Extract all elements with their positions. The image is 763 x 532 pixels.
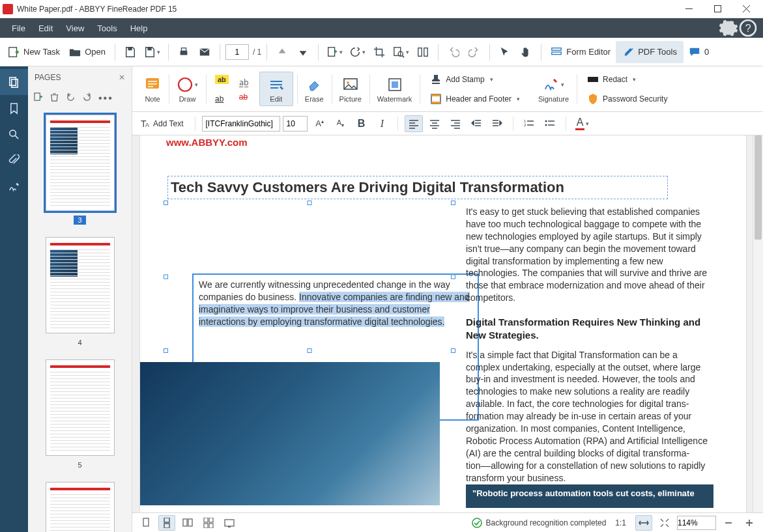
nav-down-button[interactable] xyxy=(293,41,313,63)
help-icon[interactable]: ? xyxy=(738,18,758,38)
zoom-out-button[interactable] xyxy=(720,515,737,531)
doc-heading[interactable]: Tech Savvy Customers Are Driving Digital… xyxy=(171,179,665,196)
picture-tool[interactable]: Picture xyxy=(332,69,369,109)
bookmarks-tab[interactable] xyxy=(0,95,28,121)
maximize-button[interactable] xyxy=(703,0,732,18)
bullet-list-button[interactable] xyxy=(541,115,559,132)
resize-handle[interactable] xyxy=(164,201,168,205)
increase-indent-button[interactable] xyxy=(488,115,506,132)
pdf-tools-button[interactable]: PDF Tools xyxy=(616,41,684,63)
menu-file[interactable]: File xyxy=(5,18,32,38)
resize-handle[interactable] xyxy=(451,275,455,279)
menu-edit[interactable]: Edit xyxy=(32,18,59,38)
single-page-view[interactable] xyxy=(137,515,154,531)
open-button[interactable]: Open xyxy=(65,41,109,63)
highlight-tool[interactable]: ab xyxy=(211,71,233,88)
italic-button[interactable]: I xyxy=(373,115,391,132)
insert-text-tool[interactable]: a̲b̲ xyxy=(239,76,249,88)
align-center-button[interactable] xyxy=(425,115,444,132)
resize-handle[interactable] xyxy=(451,348,455,353)
font-family-select[interactable] xyxy=(202,116,280,132)
draw-tool[interactable]: ▾ Draw xyxy=(169,69,206,109)
zoom-select[interactable] xyxy=(677,516,716,530)
hand-tool[interactable] xyxy=(516,41,536,63)
settings-icon[interactable] xyxy=(719,18,738,38)
rotate-left-icon[interactable] xyxy=(66,92,76,105)
continuous-view[interactable] xyxy=(158,515,175,531)
bold-button[interactable]: B xyxy=(352,115,370,132)
increase-font-button[interactable]: A▴ xyxy=(310,115,328,132)
resize-handle[interactable] xyxy=(308,201,312,205)
svg-rect-37 xyxy=(143,518,149,526)
align-right-button[interactable] xyxy=(446,115,465,132)
search-page-button[interactable]: ▾ xyxy=(390,41,412,63)
decrease-indent-button[interactable] xyxy=(467,115,485,132)
more-icon[interactable]: ••• xyxy=(98,92,113,104)
zoom-in-button[interactable] xyxy=(741,515,758,531)
undo-button[interactable] xyxy=(444,41,463,63)
two-page-continuous-view[interactable] xyxy=(200,515,217,531)
add-text-button[interactable]: TA Add Text xyxy=(139,118,183,130)
signatures-tab[interactable] xyxy=(0,173,28,199)
email-button[interactable] xyxy=(195,41,214,63)
comments-button[interactable]: 0 xyxy=(685,41,713,63)
save-button[interactable] xyxy=(121,41,140,63)
add-stamp-button[interactable]: Add Stamp▾ xyxy=(426,71,524,88)
save-as-button[interactable]: ▾ xyxy=(141,41,163,63)
minimize-button[interactable] xyxy=(674,0,703,18)
decrease-font-button[interactable]: A▾ xyxy=(331,115,349,132)
split-page-button[interactable] xyxy=(413,41,433,63)
header-footer-button[interactable]: Header and Footer▾ xyxy=(426,91,524,107)
pages-panel-close[interactable]: ✕ xyxy=(119,73,125,82)
edit-tool[interactable]: Edit xyxy=(259,72,293,106)
page-thumb-6[interactable]: 6 xyxy=(42,482,117,532)
vertical-scrollbar[interactable] xyxy=(753,135,763,512)
pointer-tool[interactable] xyxy=(495,41,515,63)
numbered-list-button[interactable]: 12 xyxy=(520,115,538,132)
add-page-icon[interactable] xyxy=(33,92,43,105)
delete-page-icon[interactable] xyxy=(50,92,59,105)
page-thumb-5[interactable]: 5 xyxy=(42,359,117,470)
add-page-button[interactable]: ▾ xyxy=(324,41,345,63)
signature-tool[interactable]: ▾ Signature xyxy=(530,69,577,109)
close-button[interactable] xyxy=(732,0,760,18)
resize-handle[interactable] xyxy=(308,348,312,353)
menu-view[interactable]: View xyxy=(59,18,91,38)
edit-text-frame[interactable]: We are currently witnessing unprecedente… xyxy=(166,203,453,350)
watermark-tool[interactable]: Watermark xyxy=(369,69,420,109)
page-number-input[interactable] xyxy=(225,44,249,60)
svg-point-35 xyxy=(545,120,547,122)
nav-up-button[interactable] xyxy=(272,41,292,63)
two-page-view[interactable] xyxy=(179,515,196,531)
new-task-button[interactable]: New Task xyxy=(4,41,64,63)
menu-tools[interactable]: Tools xyxy=(91,18,123,38)
crop-button[interactable] xyxy=(369,41,389,63)
resize-handle[interactable] xyxy=(451,201,455,205)
rotate-button[interactable]: ▾ xyxy=(347,41,368,63)
font-color-button[interactable]: A▾ xyxy=(573,115,591,132)
redo-button[interactable] xyxy=(465,41,484,63)
fullscreen-view[interactable] xyxy=(221,515,238,531)
form-editor-button[interactable]: Form Editor xyxy=(547,41,614,63)
rotate-right-icon[interactable] xyxy=(82,92,92,105)
attachments-tab[interactable] xyxy=(0,147,28,173)
align-left-button[interactable] xyxy=(405,115,423,132)
page-thumb-3[interactable]: 3 xyxy=(42,115,117,225)
page-thumb-4[interactable]: 4 xyxy=(42,237,117,348)
pages-tab[interactable] xyxy=(0,69,28,95)
underline-tool[interactable]: ab xyxy=(211,91,233,107)
resize-handle[interactable] xyxy=(164,275,168,279)
print-button[interactable] xyxy=(174,41,194,63)
erase-tool[interactable]: Erase xyxy=(297,69,332,109)
password-security-button[interactable]: Password Security xyxy=(583,91,671,107)
strikeout-tool[interactable]: ab xyxy=(239,91,249,102)
resize-handle[interactable] xyxy=(164,348,168,353)
redact-button[interactable]: Redact▾ xyxy=(583,71,671,88)
fit-page-button[interactable] xyxy=(656,515,673,531)
document-area[interactable]: www.ABBYY.com Tech Savvy Customers Are D… xyxy=(132,135,763,512)
note-tool[interactable]: Note xyxy=(136,69,169,109)
menu-help[interactable]: Help xyxy=(124,18,154,38)
fit-width-button[interactable] xyxy=(635,515,652,531)
search-tab[interactable] xyxy=(0,121,28,147)
font-size-select[interactable] xyxy=(283,116,308,132)
